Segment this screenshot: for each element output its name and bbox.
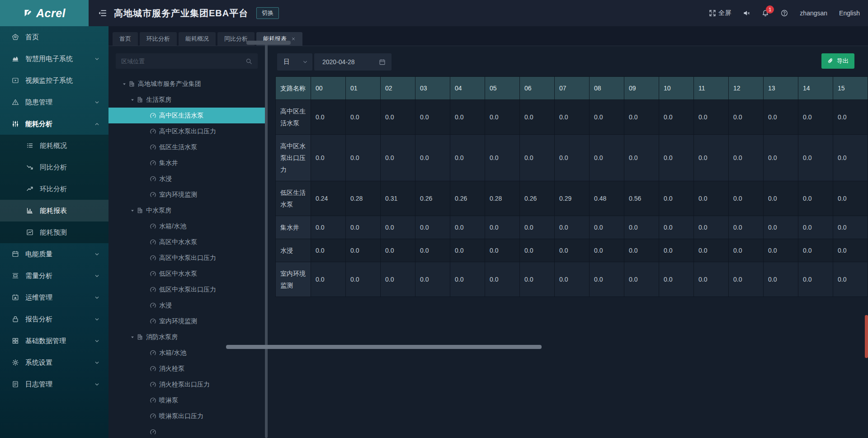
table-cell: 0.0 [450, 239, 485, 262]
notifications-button[interactable]: 1 [762, 9, 769, 17]
caret-down-icon[interactable] [128, 335, 137, 339]
tree-node[interactable]: 消防水泵房 [108, 329, 265, 345]
language-switch[interactable]: English [839, 9, 860, 17]
menu-label: 隐患管理 [25, 98, 52, 107]
tree-node[interactable]: 集水井 [108, 155, 265, 171]
table-cell: 0.0 [381, 262, 415, 297]
username[interactable]: zhangsan [800, 9, 827, 17]
tab-mom-analysis[interactable]: 环比分析 [140, 32, 177, 46]
table-cell: 0.0 [764, 181, 798, 216]
tab-energy-overview[interactable]: 能耗概况 [179, 32, 216, 46]
chevron-up-icon [94, 120, 99, 128]
gauge-icon [150, 413, 156, 419]
search-icon[interactable] [245, 58, 252, 65]
sidebar-item-ops-management[interactable]: 运维管理 [0, 287, 108, 308]
sidebar-item-demand-analysis[interactable]: 需量分析 [0, 265, 108, 287]
sidebar-item-video-monitor[interactable]: 视频监控子系统 [0, 70, 108, 91]
tree-node-label: 水浸 [159, 175, 172, 183]
tab-home[interactable]: 首页 [113, 32, 138, 46]
sidebar-item-energy-report[interactable]: 能耗报表 [0, 200, 108, 221]
tree-node[interactable]: 高中区生活水泵 [108, 108, 265, 123]
table-cell: 0.0 [415, 239, 450, 262]
search-input[interactable] [121, 58, 245, 65]
tree-node[interactable]: 低区中水水泵 [108, 266, 265, 282]
vertical-scrollbar-thumb[interactable] [865, 315, 868, 358]
table-cell: 0.0 [833, 135, 868, 181]
tree-search-box[interactable] [116, 53, 258, 69]
caret-down-icon[interactable] [128, 98, 137, 102]
tree-node[interactable]: 消火栓泵 [108, 361, 265, 377]
sidebar-item-log-management[interactable]: 日志管理 [0, 373, 108, 395]
tree-node[interactable]: 低区中水泵出口压力 [108, 282, 265, 297]
table-cell: 0.0 [311, 262, 346, 297]
tree-node[interactable]: 低区生活水泵 [108, 139, 265, 155]
switch-button[interactable]: 切换 [256, 7, 279, 19]
close-icon[interactable] [291, 36, 296, 42]
tree-node[interactable]: 喷淋泵 [108, 392, 265, 408]
gauge-icon [150, 381, 156, 388]
tree-node[interactable]: 生活泵房 [108, 92, 265, 108]
lock-icon [12, 316, 19, 323]
fullscreen-button[interactable]: 全屏 [709, 9, 731, 17]
tabbar-scroll-handle[interactable] [246, 41, 291, 45]
table-cell: 0.0 [520, 216, 555, 239]
tree-node[interactable]: 中水泵房 [108, 203, 265, 218]
horizontal-scrollbar[interactable] [226, 345, 542, 349]
sidebar-item-energy-analysis[interactable]: 能耗分析 [0, 113, 108, 135]
date-picker[interactable]: 2020-04-28 [314, 53, 392, 71]
table-cell: 0.26 [450, 181, 485, 216]
period-select[interactable]: 日 [277, 53, 312, 71]
building-icon [137, 207, 143, 214]
tree-scrollbar[interactable] [265, 43, 268, 438]
tree-node[interactable]: 水箱/水池 [108, 218, 265, 234]
sidebar-item-smart-power[interactable]: 智慧用电子系统 [0, 48, 108, 70]
mute-button[interactable] [743, 9, 750, 17]
caret-down-icon[interactable] [120, 82, 128, 86]
table-cell: 0.0 [415, 100, 450, 135]
tree-node[interactable]: 高中区水泵出口压力 [108, 123, 265, 139]
tree-node[interactable]: 高区中水水泵 [108, 234, 265, 250]
sidebar-item-power-quality[interactable]: 电能质量 [0, 243, 108, 265]
table-cell: 0.31 [381, 181, 415, 216]
table-row: 高中区水泵出口压力0.00.00.00.00.00.00.00.00.00.00… [276, 135, 868, 181]
tree-node[interactable]: 高地城市服务产业集团 [108, 76, 265, 92]
sidebar-item-energy-overview[interactable]: 能耗概况 [0, 135, 108, 156]
tree-node[interactable]: 喷淋泵出口压力 [108, 408, 265, 424]
tree-node[interactable]: 水浸 [108, 297, 265, 313]
caret-down-icon[interactable] [128, 208, 137, 213]
tree-node-label: 消火栓泵 [159, 365, 184, 373]
tree-node-label: 高区中水水泵 [159, 238, 197, 246]
calendar-icon [12, 250, 19, 258]
tree-node[interactable] [108, 424, 265, 438]
home-icon [12, 33, 19, 41]
sidebar-item-base-data[interactable]: 基础数据管理 [0, 330, 108, 352]
row-label: 低区生活水泵 [276, 181, 311, 216]
sidebar-item-home[interactable]: 首页 [0, 26, 108, 48]
tree-node[interactable]: 水浸 [108, 171, 265, 187]
sidebar-item-mom-analysis[interactable]: 环比分析 [0, 178, 108, 200]
export-button[interactable]: 导出 [821, 53, 854, 69]
sidebar-item-yoy-analysis[interactable]: 同比分析 [0, 156, 108, 178]
help-button[interactable] [781, 9, 788, 17]
tree-node[interactable]: 消火栓泵出口压力 [108, 377, 265, 392]
tree-node[interactable]: 室内环境监测 [108, 313, 265, 329]
tree-node-label: 高地城市服务产业集团 [138, 80, 201, 88]
table-cell: 0.0 [590, 135, 624, 181]
gauge-icon [150, 349, 156, 356]
tree-node-label: 喷淋泵出口压力 [159, 412, 203, 420]
sidebar-item-energy-forecast[interactable]: 能耗预测 [0, 221, 108, 243]
tree-node[interactable]: 室内环境监测 [108, 187, 265, 203]
tree-node-label: 高中区生活水泵 [159, 112, 203, 120]
table-cell: 0.0 [590, 262, 624, 297]
trend-up-icon [26, 185, 33, 193]
question-icon [781, 9, 788, 17]
column-header: 02 [381, 77, 415, 100]
collapse-menu-icon[interactable] [98, 9, 107, 18]
sidebar-item-system-settings[interactable]: 系统设置 [0, 352, 108, 373]
table-cell: 0.0 [555, 239, 590, 262]
table-cell: 0.0 [624, 262, 659, 297]
tree-node[interactable]: 高区中水泵出口压力 [108, 250, 265, 266]
sidebar-item-report-analysis[interactable]: 报告分析 [0, 308, 108, 330]
sidebar-item-hazard[interactable]: 隐患管理 [0, 91, 108, 113]
calendar-icon [379, 59, 386, 66]
